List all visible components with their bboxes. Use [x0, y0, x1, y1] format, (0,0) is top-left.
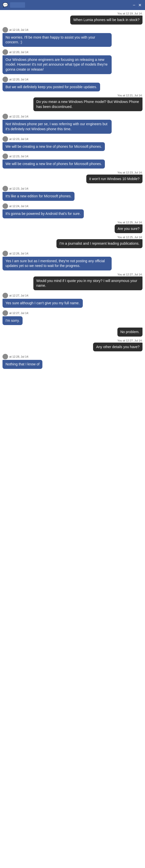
- message-bubble: When Lumia phones will be back in stock?: [70, 16, 143, 25]
- timestamp-text: at 12:22, Jul 14:: [9, 115, 29, 118]
- message-block: at 12:23, Jul 14:It's like a new edition…: [2, 186, 143, 201]
- bubble-wrapper: We will be creating a new line of phones…: [2, 142, 143, 151]
- timestamp: at 12:23, Jul 14:: [2, 136, 143, 142]
- avatar: [2, 310, 8, 316]
- message-block: You at 12:27, Jul 14:Would you mind if I…: [2, 273, 143, 290]
- message-block: at 12:28, Jul 14:Nothing that I know of: [2, 354, 143, 369]
- message-block: at 12:26, Jul 14:Yes I am sure but as I …: [2, 251, 143, 271]
- timestamp-text: at 12:27, Jul 14:: [9, 312, 29, 314]
- avatar: [2, 203, 8, 209]
- timestamp: at 12:26, Jul 14:: [2, 251, 143, 256]
- bubble-wrapper: Not Windows phone per se, I was referrin…: [2, 120, 143, 133]
- timestamp: at 12:27, Jul 14:: [2, 310, 143, 316]
- avatar: [2, 114, 8, 119]
- timestamp: at 12:27, Jul 14:: [2, 293, 143, 298]
- timestamp: at 12:22, Jul 14:: [2, 114, 143, 119]
- avatar: [2, 27, 8, 33]
- bubble-wrapper: it won't run Windows 10 Mobile?: [2, 175, 143, 184]
- message-block: You at 12:25, Jul 14:Are you sure?: [2, 221, 143, 234]
- message-bubble: Any other details you have?: [93, 343, 143, 351]
- avatar: [2, 49, 8, 55]
- timestamp: at 12:23, Jul 14:: [2, 186, 143, 191]
- bubble-wrapper: When Lumia phones will be back in stock?: [2, 16, 143, 25]
- close-button[interactable]: ✕: [137, 3, 143, 7]
- message-block: at 12:23, Jul 14:We will be creating a n…: [2, 136, 143, 151]
- message-block: at 12:20, Jul 14:But we will definitely …: [2, 76, 143, 92]
- bubble-wrapper: Nothing that I know of: [2, 360, 143, 369]
- message-block: You at 12:21, Jul 14:Do you mean a new W…: [2, 94, 143, 111]
- message-bubble: Do you mean a new Windows Phone model? B…: [33, 97, 143, 111]
- bubble-wrapper: It's gonna be powered by Android that's …: [2, 209, 143, 218]
- bubble-wrapper: No problem.: [2, 328, 143, 337]
- message-bubble: No worries. I'll be more than happy to a…: [2, 33, 112, 47]
- timestamp: at 12:20, Jul 14:: [2, 49, 143, 55]
- message-bubble: Nothing that I know of: [2, 360, 42, 369]
- message-bubble: Would you mind if I quote you in my stor…: [33, 277, 143, 290]
- message-bubble: Are you sure?: [115, 224, 143, 234]
- message-bubble: No problem.: [117, 328, 143, 337]
- bubble-wrapper: Yes I am sure but as I mentioned, they'r…: [2, 257, 143, 271]
- bubble-wrapper: We will be creating a new line of phones…: [2, 159, 143, 168]
- timestamp: at 12:24, Jul 14:: [2, 203, 143, 209]
- chat-header: 💬 – ✕: [0, 0, 145, 10]
- timestamp-text: You at 12:25, Jul 14:: [117, 221, 143, 224]
- avatar: [2, 251, 8, 256]
- message-block: You at 12:27, Jul 14:Any other details y…: [2, 339, 143, 351]
- bubble-wrapper: Would you mind if I quote you in my stor…: [2, 277, 143, 290]
- timestamp: You at 12:23, Jul 14:: [2, 171, 143, 174]
- minimize-button[interactable]: –: [131, 3, 137, 7]
- message-block: You at 12:25, Jul 14:I'm a journalist an…: [2, 236, 143, 248]
- timestamp: You at 12:19, Jul 14:: [2, 12, 143, 15]
- bubble-wrapper: I'm sorry.: [2, 316, 143, 325]
- avatar: [2, 293, 8, 298]
- message-bubble: I'm a journalist and I represent leading…: [56, 239, 143, 248]
- timestamp-text: at 12:24, Jul 14:: [9, 205, 29, 208]
- timestamp: You at 12:21, Jul 14:: [2, 94, 143, 97]
- chat-icon: 💬: [2, 2, 8, 8]
- timestamp-text: You at 12:25, Jul 14:: [117, 236, 143, 239]
- message-bubble: It's gonna be powered by Android that's …: [2, 209, 84, 218]
- message-bubble: We will be creating a new line of phones…: [2, 142, 105, 151]
- message-block: You at 12:23, Jul 14:it won't run Window…: [2, 171, 143, 184]
- bubble-wrapper: Do you mean a new Windows Phone model? B…: [2, 97, 143, 111]
- message-block: at 12:20, Jul 14:Our Windows phone engin…: [2, 49, 143, 74]
- message-bubble: Not Windows phone per se, I was referrin…: [2, 120, 112, 133]
- timestamp: You at 12:25, Jul 14:: [2, 221, 143, 224]
- timestamp-text: You at 12:23, Jul 14:: [117, 171, 143, 174]
- bubble-wrapper: But we will definitely keep you posted f…: [2, 83, 143, 92]
- timestamp-text: at 12:27, Jul 14:: [9, 294, 29, 297]
- message-block: No problem.: [2, 328, 143, 337]
- timestamp-text: You at 12:27, Jul 14:: [117, 273, 143, 276]
- avatar: [2, 354, 8, 360]
- message-block: at 12:22, Jul 14:Not Windows phone per s…: [2, 114, 143, 133]
- message-bubble: Yes I am sure but as I mentioned, they'r…: [2, 257, 112, 271]
- avatar: [2, 136, 8, 142]
- avatar: [2, 76, 8, 82]
- message-bubble: Yes sure although I can't give you my fu…: [2, 299, 83, 308]
- timestamp: at 12:19, Jul 14:: [2, 27, 143, 33]
- timestamp-text: at 12:28, Jul 14:: [9, 355, 29, 358]
- timestamp: at 12:20, Jul 14:: [2, 76, 143, 82]
- timestamp-text: at 12:20, Jul 14:: [9, 51, 29, 54]
- bubble-wrapper: Our Windows phone engineers are focusing…: [2, 55, 143, 74]
- bubble-wrapper: Any other details you have?: [2, 343, 143, 351]
- timestamp-text: at 12:23, Jul 14:: [9, 155, 29, 158]
- message-bubble: We will be creating a new line of phones…: [2, 159, 105, 168]
- contact-name: [10, 2, 25, 8]
- timestamp-text: You at 12:19, Jul 14:: [117, 12, 143, 15]
- message-block: at 12:19, Jul 14:No worries. I'll be mor…: [2, 27, 143, 47]
- timestamp-text: at 12:23, Jul 14:: [9, 187, 29, 190]
- message-bubble: it won't run Windows 10 Mobile?: [86, 175, 143, 184]
- timestamp-text: at 12:23, Jul 14:: [9, 137, 29, 141]
- message-block: at 12:24, Jul 14:It's gonna be powered b…: [2, 203, 143, 218]
- timestamp-text: You at 12:21, Jul 14:: [117, 94, 143, 97]
- chat-area: You at 12:19, Jul 14:When Lumia phones w…: [0, 10, 145, 373]
- timestamp-text: at 12:20, Jul 14:: [9, 78, 29, 81]
- bubble-wrapper: I'm a journalist and I represent leading…: [2, 239, 143, 248]
- message-block: at 12:23, Jul 14:We will be creating a n…: [2, 154, 143, 168]
- message-block: at 12:27, Jul 14:I'm sorry.: [2, 310, 143, 325]
- message-bubble: But we will definitely keep you posted f…: [2, 83, 100, 92]
- timestamp: at 12:28, Jul 14:: [2, 354, 143, 360]
- message-bubble: Our Windows phone engineers are focusing…: [2, 55, 112, 74]
- bubble-wrapper: No worries. I'll be more than happy to a…: [2, 33, 143, 47]
